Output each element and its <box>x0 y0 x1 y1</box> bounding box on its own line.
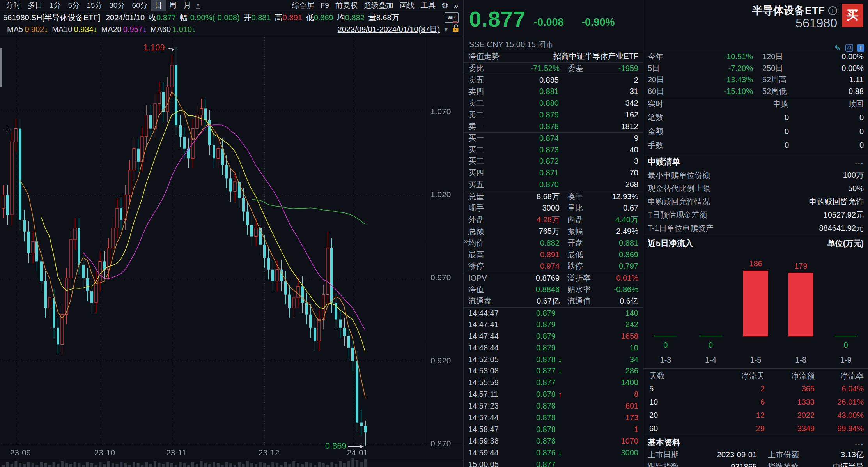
flow-slot: 1861-5 <box>733 251 778 367</box>
redemption-label: 最小申赎单位份额 <box>648 170 710 180</box>
stat-row: 现手3000量比0.67 <box>464 202 643 214</box>
toolbar-item-前复权[interactable]: 前复权 <box>332 0 361 11</box>
toolbar-item-综合屏[interactable]: 综合屏 <box>289 0 317 11</box>
stat-row: 外盘4.28万内盘4.40万 <box>464 214 643 225</box>
stat-value-IOPV: 0.8769 <box>506 274 560 283</box>
alert-bell-icon[interactable] <box>845 44 853 52</box>
info-icon[interactable]: ! <box>828 6 837 15</box>
redemption-more-button[interactable]: ... <box>855 157 864 166</box>
info-value-低: 0.869 <box>314 13 333 22</box>
ask-price[interactable]: 0.879 <box>504 110 559 119</box>
tick-row: 15:00:050.877 <box>464 458 643 467</box>
bid-volume: 268 <box>559 180 638 189</box>
ask-volume: 162 <box>559 110 638 119</box>
tab-period-1分[interactable]: 1分 <box>46 0 65 11</box>
flow-slot: 01-3 <box>643 251 688 367</box>
basic-info-more-button[interactable]: ... <box>855 438 864 447</box>
perf-value-250日: 0.00% <box>813 64 864 73</box>
flow-zero-value: 0 <box>709 341 713 350</box>
tab-period-周[interactable]: 周 <box>166 0 180 11</box>
tick-volume: 10 <box>572 343 638 352</box>
flow-days: 5 <box>643 384 679 393</box>
stat-value-换手: 12.93% <box>611 192 638 201</box>
settings-gear-icon[interactable]: ⚙ <box>439 1 451 10</box>
date-range[interactable]: 2023/09/01-2024/01/10(87日) <box>338 24 440 35</box>
tick-time: 14:47:41 <box>468 320 514 329</box>
flow-category-label: 1-3 <box>660 356 671 364</box>
panel-collapse-arrow[interactable]: » <box>464 233 471 249</box>
ask-price[interactable]: 0.880 <box>504 99 559 108</box>
redemption-row: 最小申赎单位份额100万 <box>643 168 868 182</box>
ask-price[interactable]: 0.878 <box>504 122 559 131</box>
flow-zero-dash <box>834 336 857 336</box>
tick-time: 14:52:05 <box>468 355 514 364</box>
stat-value-涨停: 0.974 <box>506 262 560 271</box>
candlestick-chart[interactable] <box>0 35 463 467</box>
more-chevron-icon[interactable]: » <box>451 1 461 10</box>
tick-price: 0.879 <box>514 332 556 341</box>
toolbar-item-工具[interactable]: 工具 <box>418 0 439 11</box>
toolbar-item-画线[interactable]: 画线 <box>397 0 418 11</box>
bid-price[interactable]: 0.873 <box>504 145 559 154</box>
tick-time: 15:00:05 <box>468 460 514 467</box>
wp-monitor-icon[interactable]: WP <box>445 12 459 23</box>
ask-level-label: 卖二 <box>468 110 504 120</box>
toolbar-item-F9[interactable]: F9 <box>317 1 332 10</box>
tab-period-日[interactable]: 日 <box>151 0 166 11</box>
stat-label-内盘: 内盘 <box>560 214 611 225</box>
flow-table-header: 净流额 <box>765 371 815 381</box>
bid-price[interactable]: 0.871 <box>504 168 559 177</box>
tick-price: 0.878 <box>514 437 556 446</box>
redemption-row: T日预估现金差额10527.92元 <box>643 208 868 221</box>
performance-row: 今年-10.51%120日0.00% <box>643 51 868 63</box>
realtime-label-金额: 金额 <box>648 126 706 137</box>
bid-price[interactable]: 0.872 <box>504 157 559 166</box>
redemption-label: T日预估现金差额 <box>648 210 707 220</box>
weibi-label: 委比 <box>468 63 506 74</box>
tab-period-30分[interactable]: 30分 <box>106 0 128 11</box>
toolbar-item-超级叠加[interactable]: 超级叠加 <box>361 0 397 11</box>
info-label-量: 量 <box>368 12 376 23</box>
add-to-watchlist-icon[interactable]: + <box>857 44 864 52</box>
tick-price: 0.878 <box>514 355 556 364</box>
range-dropdown-caret[interactable]: ▼ <box>443 26 449 33</box>
tick-row: 14:59:380.8781070 <box>464 435 643 447</box>
fund-nav-label[interactable]: 净值走势 <box>468 51 500 62</box>
flow-net-days: 6 <box>679 398 765 407</box>
flow-bar-value: 186 <box>749 259 762 268</box>
tab-period-月[interactable]: 月 <box>180 0 195 11</box>
net-inflow-title: 近5日净流入 <box>648 238 693 249</box>
ask-price[interactable]: 0.881 <box>504 87 559 96</box>
ask-volume: 2 <box>559 76 638 85</box>
flow-days: 20 <box>643 411 679 420</box>
ask-price[interactable]: 0.885 <box>504 76 559 85</box>
quote-panel: 0.877 -0.008 -0.90% SSE CNY 15:00:15 闭市 … <box>463 0 643 467</box>
redemption-title-row: 申赎清单... <box>643 155 868 168</box>
performance-row: 20日-13.43%52周高1.11 <box>643 74 868 86</box>
flow-category-label: 1-4 <box>705 356 716 364</box>
info-label-幅: 幅 <box>180 12 188 23</box>
basic-value-指数简称: 中证半导 <box>818 462 864 467</box>
buy-button[interactable]: 买 <box>842 4 863 27</box>
fund-info-panel: 半导体设备ETF ! 561980 买 ✎ + 今年-10.51%120日0.0… <box>643 0 868 467</box>
ma-value-MA60: 1.010↓ <box>172 25 196 34</box>
bid-row: 买四0.87170 <box>464 167 643 179</box>
tab-period-多日[interactable]: 多日 <box>24 0 46 11</box>
tab-period-15分[interactable]: 15分 <box>83 0 106 11</box>
stat-value-流通盘: 0.67亿 <box>506 296 560 306</box>
stat-row: 最高0.891最低0.869 <box>464 249 643 260</box>
bid-price[interactable]: 0.870 <box>504 180 559 189</box>
bid-price[interactable]: 0.874 <box>504 134 559 143</box>
ask-volume: 31 <box>559 87 638 96</box>
unlocked-padlock-icon[interactable] <box>452 24 460 35</box>
tick-volume: 140 <box>572 309 638 318</box>
bid-row: 买五0.870268 <box>464 179 643 191</box>
period-dropdown-caret[interactable]: ▼ <box>196 3 200 9</box>
realtime-subscribe-value: 0 <box>706 141 789 150</box>
tick-row: 14:48:440.87910 <box>464 342 643 354</box>
tab-period-5分[interactable]: 5分 <box>65 0 83 11</box>
tab-period-分时[interactable]: 分时 <box>2 0 24 11</box>
tab-period-60分[interactable]: 60分 <box>128 0 151 11</box>
tick-price: 0.877 <box>514 460 556 467</box>
edit-icon[interactable]: ✎ <box>834 44 841 52</box>
